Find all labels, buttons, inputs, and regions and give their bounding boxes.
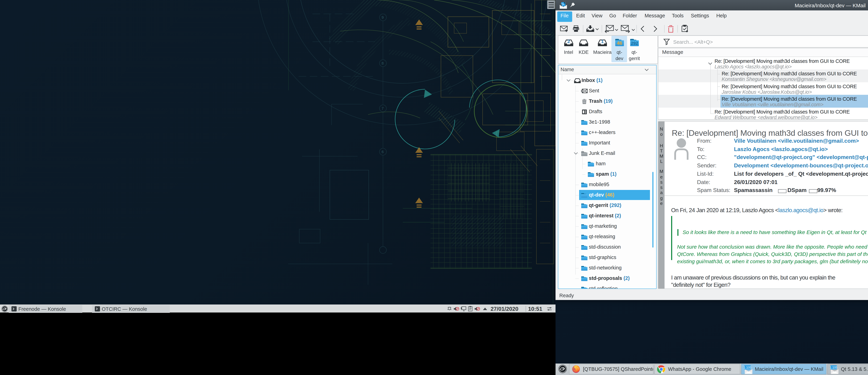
svg-text:2: 2 bbox=[567, 39, 570, 44]
svg-text:292: 292 bbox=[631, 41, 638, 45]
svg-text:1: 1 bbox=[601, 39, 604, 44]
svg-text:7: 7 bbox=[381, 106, 384, 111]
svg-text:46: 46 bbox=[617, 40, 622, 46]
svg-text:6: 6 bbox=[381, 150, 384, 154]
svg-text:9: 9 bbox=[381, 15, 384, 20]
svg-text:8: 8 bbox=[381, 61, 384, 65]
